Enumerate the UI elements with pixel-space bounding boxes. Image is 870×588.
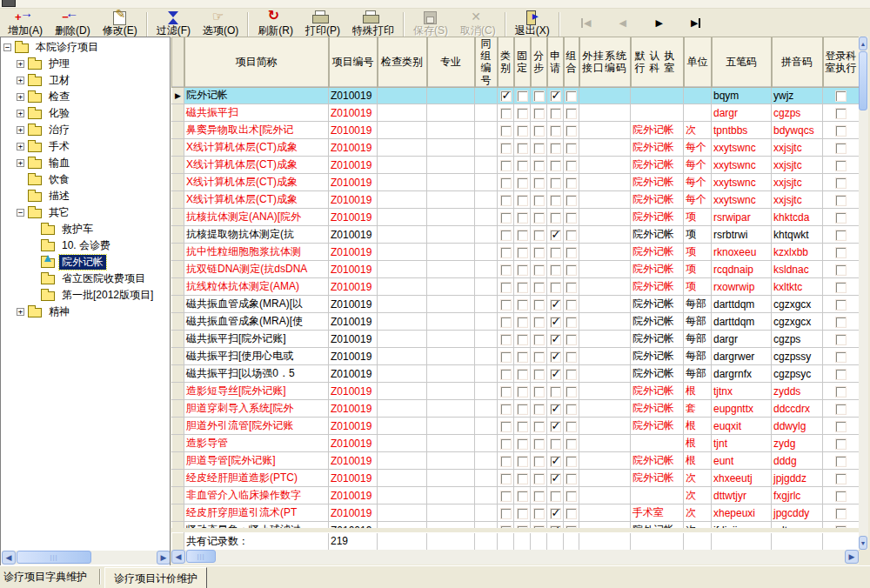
cell-cb_category[interactable] xyxy=(498,296,514,313)
cell-unit[interactable]: 根 xyxy=(684,418,712,435)
tree-item-label[interactable]: 省立医院收费项目 xyxy=(59,271,148,286)
unchecked-checkbox[interactable] xyxy=(835,421,847,432)
cell-cb_combo[interactable] xyxy=(564,226,579,244)
cell-exam_type[interactable] xyxy=(378,418,427,435)
cell-wubi[interactable]: tjtnx xyxy=(712,383,772,400)
unchecked-checkbox[interactable] xyxy=(835,264,847,276)
expand-plus-icon[interactable]: + xyxy=(17,126,24,134)
cell-cb_apply[interactable] xyxy=(547,191,564,209)
unchecked-checkbox[interactable] xyxy=(835,125,847,137)
unchecked-checkbox[interactable] xyxy=(835,351,847,363)
cell-code[interactable]: Z010019 xyxy=(329,139,378,157)
cell-specialty[interactable] xyxy=(427,365,475,383)
cell-cb_apply[interactable] xyxy=(547,244,564,261)
table-row[interactable]: 抗线粒体抗体测定(AMA)Z010019院外记帐项rxowrwipkxltktc xyxy=(172,278,860,296)
cell-cb_category[interactable] xyxy=(498,504,514,522)
row-selector-cell[interactable] xyxy=(172,348,184,365)
cell-exam_type[interactable] xyxy=(378,504,427,522)
tree-item-label[interactable]: 本院诊疗项目 xyxy=(33,40,101,55)
cell-cb_step[interactable] xyxy=(531,296,547,313)
cell-ext_code[interactable] xyxy=(579,331,631,348)
cell-cb_step[interactable] xyxy=(531,487,547,504)
cell-ext_code[interactable] xyxy=(579,313,631,331)
cell-cb_login[interactable] xyxy=(823,174,860,191)
unchecked-checkbox[interactable] xyxy=(500,421,512,432)
unchecked-checkbox[interactable] xyxy=(835,230,847,241)
cell-unit[interactable]: 每个 xyxy=(684,157,712,174)
unchecked-checkbox[interactable] xyxy=(517,491,528,502)
cell-cb_combo[interactable] xyxy=(564,122,579,139)
cell-cb_apply[interactable] xyxy=(547,452,564,470)
cell-wubi[interactable]: rsrwipar xyxy=(712,209,772,226)
cell-pinyin[interactable]: cgzxgcx xyxy=(772,313,823,331)
unchecked-checkbox[interactable] xyxy=(835,299,847,311)
row-selector-cell[interactable] xyxy=(172,331,184,348)
cell-cb_fixed[interactable] xyxy=(514,400,531,418)
cell-cb_apply[interactable] xyxy=(547,470,564,487)
unchecked-checkbox[interactable] xyxy=(533,404,545,415)
cell-code[interactable]: Z010019 xyxy=(329,104,378,122)
cell-pinyin[interactable]: cgzps xyxy=(772,104,823,122)
unchecked-checkbox[interactable] xyxy=(835,404,847,415)
cell-group_no[interactable] xyxy=(475,104,498,122)
cell-pinyin[interactable]: xxjsjtc xyxy=(772,157,823,174)
cell-ext_code[interactable] xyxy=(579,452,631,470)
unchecked-checkbox[interactable] xyxy=(550,386,561,398)
table-row[interactable]: X线计算机体层(CT)成象Z010019院外记帐每个xxytswncxxjsjt… xyxy=(172,139,860,157)
cell-ext_code[interactable] xyxy=(579,470,631,487)
cell-cb_step[interactable] xyxy=(531,470,547,487)
unchecked-checkbox[interactable] xyxy=(517,386,528,398)
toolbar-button-edit[interactable]: 修改(E) xyxy=(97,9,144,37)
unchecked-checkbox[interactable] xyxy=(550,282,561,293)
cell-unit[interactable]: 项 xyxy=(684,209,712,226)
cell-cb_fixed[interactable] xyxy=(514,504,531,522)
cell-dept[interactable]: 院外记帐 xyxy=(631,174,684,191)
unchecked-checkbox[interactable] xyxy=(500,143,512,154)
checked-checkbox[interactable] xyxy=(550,299,561,311)
cell-name[interactable]: 磁共振血管成象(MRA)[以 xyxy=(184,296,329,313)
cell-ext_code[interactable] xyxy=(579,487,631,504)
cell-name[interactable]: 抗线粒体抗体测定(AMA) xyxy=(184,278,329,296)
unchecked-checkbox[interactable] xyxy=(500,160,512,171)
checked-checkbox[interactable] xyxy=(500,90,512,102)
checked-checkbox[interactable] xyxy=(550,230,561,241)
cell-cb_login[interactable] xyxy=(823,418,860,435)
cell-name[interactable]: 抗核抗体测定(ANA)[院外 xyxy=(184,209,329,226)
cell-wubi[interactable]: rsrbtrwi xyxy=(712,226,772,244)
cell-cb_category[interactable] xyxy=(498,418,514,435)
cell-group_no[interactable] xyxy=(475,504,498,522)
cell-group_no[interactable] xyxy=(475,157,498,174)
tree-item-label[interactable]: 化验 xyxy=(46,106,72,121)
unchecked-checkbox[interactable] xyxy=(500,212,512,224)
cell-specialty[interactable] xyxy=(427,348,475,365)
cell-name[interactable]: X线计算机体层(CT)成象 xyxy=(184,139,329,157)
unchecked-checkbox[interactable] xyxy=(566,264,577,276)
cell-cb_login[interactable] xyxy=(823,87,860,104)
cell-code[interactable]: Z010019 xyxy=(329,296,378,313)
cell-group_no[interactable] xyxy=(475,383,498,400)
cell-cb_category[interactable] xyxy=(498,226,514,244)
cell-cb_fixed[interactable] xyxy=(514,365,531,383)
cell-cb_combo[interactable] xyxy=(564,261,579,278)
cell-cb_category[interactable] xyxy=(498,191,514,209)
grid-horizontal-scrollbar[interactable]: ◀ ||| ▶ xyxy=(171,550,859,565)
cell-cb_login[interactable] xyxy=(823,191,860,209)
cell-cb_combo[interactable] xyxy=(564,331,579,348)
column-header-ext_code[interactable]: 外挂系统接口编码 xyxy=(579,37,631,87)
cell-ext_code[interactable] xyxy=(579,226,631,244)
cell-code[interactable]: Z010019 xyxy=(329,261,378,278)
cell-name[interactable]: 造影导管 xyxy=(184,435,329,452)
cell-ext_code[interactable] xyxy=(579,348,631,365)
cell-cb_combo[interactable] xyxy=(564,104,579,122)
cell-cb_step[interactable] xyxy=(531,104,547,122)
cell-code[interactable]: Z010019 xyxy=(329,244,378,261)
cell-cb_category[interactable] xyxy=(498,331,514,348)
cell-cb_step[interactable] xyxy=(531,87,547,104)
unchecked-checkbox[interactable] xyxy=(566,230,577,241)
cell-cb_category[interactable] xyxy=(498,209,514,226)
cell-group_no[interactable] xyxy=(475,191,498,209)
unchecked-checkbox[interactable] xyxy=(533,299,545,311)
cell-code[interactable]: Z010019 xyxy=(329,313,378,331)
checked-checkbox[interactable] xyxy=(550,334,561,345)
cell-ext_code[interactable] xyxy=(579,418,631,435)
